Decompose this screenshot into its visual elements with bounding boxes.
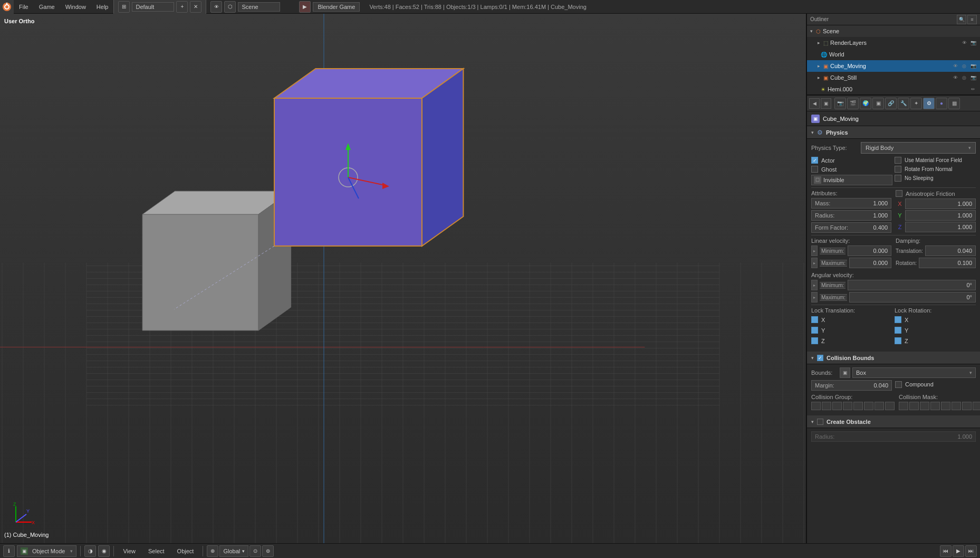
- collision-bounds-header[interactable]: ▾ Collision Bounds: [807, 352, 980, 364]
- pivot-dropdown[interactable]: Global ▾: [219, 545, 248, 557]
- lv-max-field[interactable]: 0.000: [849, 258, 891, 268]
- cm-btn-2[interactable]: [909, 402, 919, 410]
- cg-btn-6[interactable]: [864, 402, 873, 410]
- proportional-btn[interactable]: ⊚: [262, 545, 274, 557]
- hemi-edit-btn[interactable]: ✏: [969, 86, 977, 93]
- obstacle-enabled-checkbox[interactable]: [817, 419, 823, 425]
- lv-min-arrow[interactable]: ▸: [811, 245, 818, 256]
- bounds-type-dropdown[interactable]: Box ▾: [852, 367, 976, 378]
- workspace-remove-btn[interactable]: ✕: [190, 1, 201, 13]
- workspace-dropdown[interactable]: [132, 2, 174, 12]
- cube-moving-cursor-btn[interactable]: ◎: [960, 62, 968, 70]
- cm-btn-4[interactable]: [930, 402, 940, 410]
- engine-dropdown[interactable]: Blender Game: [313, 2, 360, 12]
- timeline-btn[interactable]: ⏮: [940, 545, 952, 557]
- tab-textures[interactable]: ▦: [948, 98, 960, 109]
- cube-moving-eye-btn[interactable]: 👁: [952, 62, 959, 70]
- lr-x-checkbox[interactable]: [895, 316, 901, 323]
- obstacle-radius-field[interactable]: Radius: 1.000: [811, 431, 976, 442]
- select-menu-btn[interactable]: Select: [143, 544, 170, 559]
- cg-btn-8[interactable]: [885, 402, 895, 410]
- object-menu-btn[interactable]: Object: [172, 544, 199, 559]
- aniso-z-field[interactable]: 1.000: [905, 222, 976, 232]
- ghost-checkbox[interactable]: [811, 166, 818, 173]
- no-sleeping-checkbox[interactable]: [895, 175, 901, 182]
- actor-checkbox[interactable]: [811, 157, 818, 164]
- tab-render[interactable]: 📷: [834, 98, 846, 109]
- av-max-field[interactable]: 0°: [849, 292, 976, 302]
- menu-window[interactable]: Window: [60, 0, 91, 14]
- lt-z-checkbox[interactable]: [811, 337, 818, 344]
- scene-dropdown[interactable]: [238, 2, 280, 12]
- cm-btn-7[interactable]: [962, 402, 972, 410]
- av-min-arrow[interactable]: ▸: [811, 280, 818, 290]
- object-mode-dropdown[interactable]: ▣ Object Mode ▾: [17, 545, 76, 557]
- tab-physics[interactable]: ⚙: [923, 98, 935, 109]
- global-pivot-icon[interactable]: ⊕: [207, 545, 218, 557]
- render-mode-btn[interactable]: ◉: [98, 545, 110, 557]
- lr-y-checkbox[interactable]: [895, 327, 901, 334]
- aniso-checkbox[interactable]: [896, 190, 902, 197]
- tab-materials[interactable]: ●: [936, 98, 947, 109]
- outliner-item-cube-still[interactable]: ▸ ▣ Cube_Still 👁 ◎ 📷: [807, 72, 980, 83]
- cg-btn-5[interactable]: [853, 402, 863, 410]
- invisible-field[interactable]: ☐ Invisible: [811, 175, 892, 185]
- physics-section-header[interactable]: ▾ ⚙ Physics: [807, 126, 980, 139]
- cube-still-cursor-btn[interactable]: ◎: [960, 74, 968, 81]
- av-max-arrow[interactable]: ▸: [811, 292, 818, 302]
- workspace-add-btn[interactable]: +: [176, 1, 188, 13]
- form-factor-field[interactable]: Form Factor: 0.400: [811, 222, 891, 233]
- menu-game[interactable]: Game: [34, 0, 60, 14]
- compound-checkbox[interactable]: [895, 381, 902, 388]
- margin-field[interactable]: Margin: 0.040: [811, 380, 892, 391]
- outliner-item-renderlayers[interactable]: ▸ ⬚ RenderLayers 👁 📷: [807, 37, 980, 49]
- cg-btn-1[interactable]: [811, 402, 821, 410]
- damp-trans-field[interactable]: 0.040: [925, 245, 976, 256]
- av-min-field[interactable]: 0°: [848, 280, 976, 290]
- tab-modifiers[interactable]: 🔧: [898, 98, 909, 109]
- physics-type-dropdown[interactable]: Rigid Body ▾: [861, 142, 976, 154]
- outliner-item-cube-moving[interactable]: ▸ ▣ Cube_Moving 👁 ◎ 📷: [807, 60, 980, 72]
- lv-min-field[interactable]: 0.000: [848, 245, 891, 256]
- outliner-search-btn[interactable]: 🔍: [957, 15, 966, 24]
- lr-z-checkbox[interactable]: [895, 337, 901, 344]
- timeline-end-btn[interactable]: ⏭: [965, 545, 977, 557]
- cm-btn-8[interactable]: [973, 402, 980, 410]
- force-field-checkbox[interactable]: [895, 157, 901, 164]
- tab-particles[interactable]: ✦: [910, 98, 922, 109]
- lv-max-arrow[interactable]: ▸: [811, 258, 818, 268]
- cg-btn-2[interactable]: [822, 402, 831, 410]
- cm-btn-3[interactable]: [920, 402, 929, 410]
- viewport[interactable]: User Ortho (1) Cube_Moving X Z Y: [0, 14, 806, 543]
- cm-btn-1[interactable]: [899, 402, 908, 410]
- cube-still-eye-btn[interactable]: 👁: [952, 74, 959, 81]
- outliner-filter-btn[interactable]: ≡: [967, 15, 977, 24]
- tab-world[interactable]: 🌍: [860, 98, 871, 109]
- play-btn[interactable]: ▶: [953, 545, 964, 557]
- snap-btn[interactable]: ⊙: [249, 545, 261, 557]
- rotate-normal-checkbox[interactable]: [895, 166, 901, 173]
- cg-btn-3[interactable]: [832, 402, 842, 410]
- cm-btn-6[interactable]: [952, 402, 961, 410]
- rl-cam-btn[interactable]: 📷: [969, 39, 977, 46]
- outliner-item-hemi[interactable]: ☀ Hemi.000 ✏: [807, 83, 980, 95]
- nav-obj-btn active[interactable]: ▣: [821, 98, 831, 109]
- cg-btn-7[interactable]: [875, 402, 884, 410]
- lt-y-checkbox[interactable]: [811, 327, 818, 334]
- tab-constraints[interactable]: 🔗: [885, 98, 897, 109]
- cube-moving-render-btn[interactable]: 📷: [969, 62, 977, 70]
- outliner-item-scene[interactable]: ▾ ⬡ Scene: [807, 25, 980, 37]
- mass-field[interactable]: Mass: 1.000: [811, 198, 891, 209]
- create-obstacle-header[interactable]: ▾ Create Obstacle: [807, 415, 980, 428]
- outliner-item-world[interactable]: 🌐 World: [807, 49, 980, 60]
- nav-back-btn[interactable]: ◀: [809, 98, 820, 109]
- collision-enabled-checkbox[interactable]: [817, 355, 823, 361]
- rl-eye-btn[interactable]: 👁: [960, 39, 968, 46]
- aniso-x-field[interactable]: 1.000: [905, 198, 976, 209]
- bounds-icon-btn[interactable]: ▣: [840, 367, 850, 378]
- tab-scene[interactable]: 🎬: [847, 98, 859, 109]
- aniso-y-field[interactable]: 1.000: [905, 210, 976, 221]
- damp-rot-field[interactable]: 0.100: [919, 258, 976, 268]
- radius-field[interactable]: Radius: 1.000: [811, 210, 891, 221]
- menu-help[interactable]: Help: [91, 0, 114, 14]
